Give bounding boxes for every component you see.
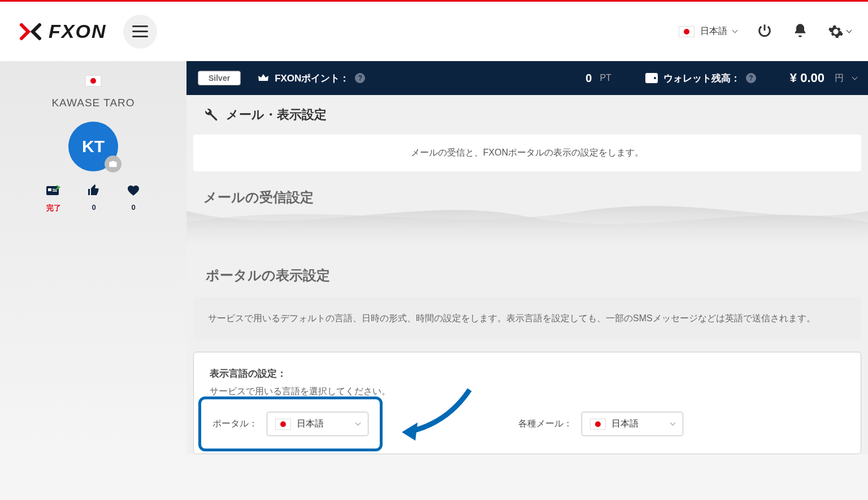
power-button[interactable] (757, 23, 772, 41)
points-label: FXONポイント： (275, 72, 349, 85)
svg-point-8 (654, 77, 656, 79)
hamburger-icon (132, 25, 148, 38)
annotation-arrow-icon (396, 384, 481, 446)
display-language-sublabel: サービスで用いる言語を選択してください。 (210, 386, 845, 398)
display-language-label: 表示言語の設定： (210, 367, 845, 380)
wrench-icon (203, 107, 218, 122)
portal-section-title: ポータルの表示設定 (193, 251, 861, 297)
stat-favorites[interactable]: 0 (126, 184, 141, 213)
stat-verify-label: 完了 (46, 203, 61, 213)
thumbs-up-icon (87, 184, 101, 197)
mail-language-select[interactable]: 日本語 (581, 412, 683, 436)
username: KAWASE TARO (51, 97, 134, 109)
help-icon[interactable]: ? (746, 73, 756, 83)
points-display: FXONポイント： ? (258, 72, 365, 85)
main-content: Silver FXONポイント： ? 0 PT ウォレット残高： ? (186, 61, 868, 454)
id-card-icon (46, 184, 62, 197)
language-selector[interactable]: 日本語 (679, 25, 737, 37)
mail-select-label: 各種メール： (518, 418, 572, 430)
chevron-down-icon (355, 420, 361, 426)
wallet-value: ¥ 0.00 (790, 71, 824, 85)
svg-rect-2 (132, 36, 148, 37)
tier-badge[interactable]: Silver (198, 71, 241, 85)
wallet-unit: 円 (835, 72, 844, 84)
heart-icon (126, 184, 141, 197)
svg-rect-0 (132, 25, 148, 27)
logo-text: FXON (49, 20, 106, 42)
chevron-down-icon (732, 28, 738, 33)
section-divider-wave (186, 194, 868, 251)
chevron-down-icon (670, 420, 676, 426)
sidebar: KAWASE TARO KT 完了 (0, 61, 186, 454)
settings-button[interactable] (828, 24, 851, 40)
stat-fav-value: 0 (131, 203, 135, 212)
wallet-icon (645, 73, 658, 83)
flag-jp-icon (275, 419, 291, 430)
language-label: 日本語 (700, 25, 727, 37)
language-settings-box: 表示言語の設定： サービスで用いる言語を選択してください。 ポータル： 日本語 (193, 352, 861, 454)
notifications-button[interactable] (792, 23, 808, 41)
points-value-display: 0 PT (585, 72, 611, 85)
wallet-display: ウォレット残高： ? (645, 72, 756, 85)
portal-select-label: ポータル： (212, 418, 258, 430)
mail-language-value: 日本語 (611, 418, 665, 430)
page-title: メール・表示設定 (226, 106, 327, 123)
logo-icon (17, 18, 44, 45)
flag-jp-icon (590, 419, 606, 430)
avatar-upload-button[interactable] (105, 156, 121, 173)
power-icon (757, 23, 772, 38)
user-flag-icon (85, 75, 101, 87)
portal-section-description: サービスで用いるデフォルトの言語、日時の形式、時間の設定をします。表示言語を設定… (193, 297, 861, 339)
portal-language-group: ポータル： 日本語 (198, 396, 383, 451)
flag-jp-icon (679, 26, 695, 37)
points-unit: PT (600, 73, 611, 83)
logo[interactable]: FXON (17, 18, 106, 45)
stat-likes[interactable]: 0 (87, 184, 101, 213)
avatar[interactable]: KT (68, 122, 118, 171)
page-description: メールの受信と、FXONポータルの表示の設定をします。 (193, 135, 861, 171)
stat-verification[interactable]: 完了 (46, 184, 62, 213)
help-icon[interactable]: ? (355, 73, 365, 83)
portal-language-select[interactable]: 日本語 (267, 412, 368, 436)
camera-icon (108, 160, 118, 169)
avatar-initials: KT (82, 137, 105, 156)
points-value: 0 (585, 72, 592, 85)
menu-button[interactable] (123, 15, 157, 49)
chevron-down-icon (852, 74, 858, 80)
gear-icon (828, 24, 844, 40)
portal-language-value: 日本語 (297, 418, 350, 430)
svg-rect-1 (132, 31, 148, 32)
page-header: メール・表示設定 (186, 95, 868, 135)
wallet-value-display[interactable]: ¥ 0.00 円 (790, 71, 857, 85)
svg-rect-6 (53, 191, 57, 192)
bell-icon (792, 23, 808, 38)
wallet-label: ウォレット残高： (663, 72, 740, 85)
mail-language-group: 各種メール： 日本語 (518, 412, 683, 436)
svg-rect-4 (48, 188, 51, 191)
main-header: FXON 日本語 (0, 2, 868, 61)
chevron-down-icon (847, 28, 852, 33)
topbar: Silver FXONポイント： ? 0 PT ウォレット残高： ? (186, 61, 868, 95)
crown-icon (258, 73, 269, 83)
stat-likes-value: 0 (92, 203, 96, 212)
